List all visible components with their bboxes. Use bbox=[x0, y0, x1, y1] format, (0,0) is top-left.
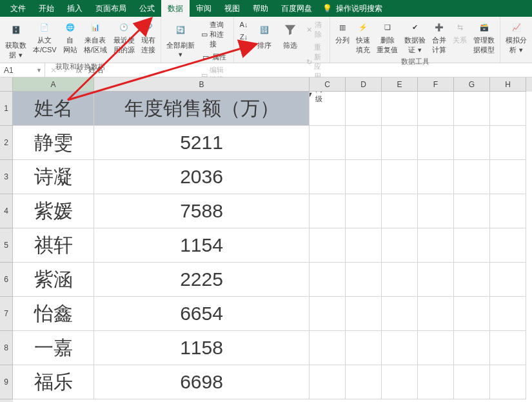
row-header[interactable]: 8 bbox=[0, 331, 13, 365]
cell-name[interactable]: 福乐 bbox=[13, 365, 94, 399]
sort-button[interactable]: 🔢排序 bbox=[253, 19, 275, 52]
cell-value[interactable]: 5211 bbox=[94, 126, 310, 160]
cell[interactable] bbox=[418, 331, 454, 365]
cell[interactable] bbox=[454, 160, 490, 194]
cell[interactable] bbox=[310, 365, 346, 399]
cell[interactable] bbox=[310, 194, 346, 228]
cell[interactable] bbox=[310, 160, 346, 194]
cell-name[interactable]: 一嘉 bbox=[13, 331, 94, 365]
cell[interactable] bbox=[310, 126, 346, 160]
get-data-button[interactable]: 🗄️获取数 据 ▾ bbox=[4, 19, 28, 61]
cell[interactable] bbox=[346, 263, 382, 297]
row-header[interactable]: 1 bbox=[0, 92, 13, 126]
sort-desc-button[interactable]: Z↓ bbox=[238, 31, 250, 43]
recent-sources-button[interactable]: 🕑最近使 用的源 bbox=[112, 19, 136, 56]
col-header-c[interactable]: C bbox=[310, 77, 346, 92]
cell[interactable] bbox=[418, 365, 454, 399]
properties-button[interactable]: ▭属性 bbox=[200, 51, 230, 63]
text-to-columns-button[interactable]: ▥分列 bbox=[334, 19, 351, 46]
select-all-corner[interactable] bbox=[0, 77, 13, 92]
col-header-g[interactable]: G bbox=[454, 77, 490, 92]
cell[interactable] bbox=[346, 365, 382, 399]
relationships-button[interactable]: ⇆关系 bbox=[451, 19, 468, 46]
menu-layout[interactable]: 页面布局 bbox=[89, 0, 133, 17]
from-web-button[interactable]: 🌐自 网站 bbox=[62, 19, 79, 56]
cell[interactable] bbox=[346, 160, 382, 194]
cell[interactable] bbox=[346, 126, 382, 160]
menu-home[interactable]: 开始 bbox=[32, 0, 61, 17]
cell[interactable] bbox=[310, 92, 346, 126]
col-header-e[interactable]: E bbox=[382, 77, 418, 92]
data-validation-button[interactable]: ✔数据验 证 ▾ bbox=[403, 19, 427, 56]
existing-connections-button[interactable]: 🔗现有 连接 bbox=[140, 19, 157, 56]
cell[interactable] bbox=[346, 194, 382, 228]
tell-me-search[interactable]: 操作说明搜索 bbox=[335, 0, 389, 17]
consolidate-button[interactable]: ➕合并计算 bbox=[431, 19, 448, 56]
cell[interactable] bbox=[382, 126, 418, 160]
col-header-h[interactable]: H bbox=[490, 77, 526, 92]
cell[interactable] bbox=[418, 263, 454, 297]
row-header[interactable]: 5 bbox=[0, 228, 13, 263]
cell[interactable] bbox=[454, 228, 490, 263]
menu-help[interactable]: 帮助 bbox=[246, 0, 275, 17]
cell[interactable] bbox=[454, 297, 490, 331]
enter-icon[interactable]: ✓ bbox=[63, 66, 70, 75]
cell-value[interactable]: 2225 bbox=[94, 263, 310, 297]
menu-view[interactable]: 视图 bbox=[218, 0, 246, 17]
cell[interactable] bbox=[490, 365, 526, 399]
cell-value[interactable]: 7588 bbox=[94, 194, 310, 228]
cell[interactable] bbox=[382, 263, 418, 297]
cell[interactable] bbox=[454, 126, 490, 160]
col-header-b[interactable]: B bbox=[94, 77, 310, 92]
cell-value[interactable]: 1158 bbox=[94, 331, 310, 365]
col-header-a[interactable]: A bbox=[13, 77, 94, 92]
row-header[interactable]: 6 bbox=[0, 263, 13, 297]
formula-bar[interactable]: 姓名 bbox=[88, 65, 104, 75]
cell-name[interactable]: 静雯 bbox=[13, 126, 94, 160]
col-header-d[interactable]: D bbox=[346, 77, 382, 92]
name-box[interactable]: A1 ▼ bbox=[0, 63, 45, 77]
cell[interactable] bbox=[418, 126, 454, 160]
cell[interactable] bbox=[346, 331, 382, 365]
cell[interactable] bbox=[382, 92, 418, 126]
cell[interactable] bbox=[490, 263, 526, 297]
menu-data[interactable]: 数据 bbox=[161, 0, 190, 17]
clear-filter-button[interactable]: ✕清除 bbox=[305, 19, 326, 41]
cell[interactable] bbox=[382, 160, 418, 194]
row-header[interactable]: 9 bbox=[0, 365, 13, 399]
refresh-all-button[interactable]: 🔄全部刷新 ▾ bbox=[165, 19, 196, 60]
fx-icon[interactable]: fx bbox=[76, 66, 82, 75]
menu-formulas[interactable]: 公式 bbox=[133, 0, 161, 17]
cell[interactable] bbox=[382, 365, 418, 399]
cell[interactable] bbox=[382, 297, 418, 331]
cell[interactable] bbox=[454, 194, 490, 228]
cell[interactable] bbox=[346, 297, 382, 331]
menu-file[interactable]: 文件 bbox=[4, 0, 32, 17]
cell[interactable] bbox=[490, 228, 526, 263]
row-header[interactable]: 2 bbox=[0, 126, 13, 160]
cell[interactable] bbox=[382, 194, 418, 228]
cell[interactable] bbox=[490, 160, 526, 194]
cell[interactable] bbox=[310, 263, 346, 297]
queries-connections-button[interactable]: ▭查询和连接 bbox=[200, 19, 230, 50]
cancel-icon[interactable]: ✕ bbox=[50, 66, 57, 75]
cell-name[interactable]: 祺轩 bbox=[13, 228, 94, 263]
cell[interactable] bbox=[310, 331, 346, 365]
sort-asc-button[interactable]: A↓ bbox=[238, 19, 250, 30]
cell[interactable] bbox=[454, 365, 490, 399]
row-header[interactable]: 3 bbox=[0, 160, 13, 194]
what-if-button[interactable]: 📈模拟分 析 ▾ bbox=[504, 19, 528, 56]
cell-b1[interactable]: 年度销售额（万） bbox=[94, 92, 310, 126]
menu-insert[interactable]: 插入 bbox=[61, 0, 89, 17]
flash-fill-button[interactable]: ⚡快速填充 bbox=[355, 19, 371, 56]
cell[interactable] bbox=[418, 92, 454, 126]
name-box-dropdown-icon[interactable]: ▼ bbox=[36, 67, 42, 74]
cell[interactable] bbox=[454, 92, 490, 126]
filter-button[interactable]: 筛选 bbox=[279, 19, 301, 52]
cell[interactable] bbox=[346, 92, 382, 126]
cell[interactable] bbox=[490, 194, 526, 228]
cell-a1[interactable]: 姓名 bbox=[13, 92, 94, 126]
cell[interactable] bbox=[310, 228, 346, 263]
cell[interactable] bbox=[382, 331, 418, 365]
cell-value[interactable]: 6698 bbox=[94, 365, 310, 399]
